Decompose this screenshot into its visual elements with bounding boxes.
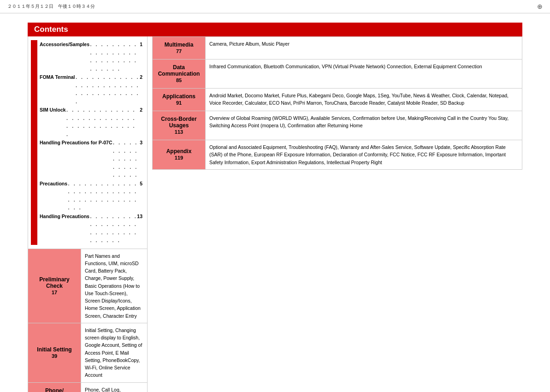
toc-item-dots: . . . . . . . . . . . . . . . . . . . . … (75, 73, 140, 106)
timestamp-text: ２０１１年５月１２日 午後１０時３４分 (7, 3, 95, 10)
toc-item: Handling Precautions . . . . . . . . . .… (40, 212, 142, 245)
toc-box: Accessories/Samples . . . . . . . . . . … (28, 36, 148, 249)
page-wrapper: ２０１１年５月１２日 午後１０時３４分 ⊕ Contents Accessori… (0, 0, 550, 392)
toc-item-page: 1 (140, 40, 142, 73)
toc-item: SIM Unlock . . . . . . . . . . . . . . .… (40, 106, 142, 138)
timestamp-bar: ２０１１年５月１２日 午後１０時３４分 ⊕ (0, 0, 550, 13)
right-section-label: Multimedia 77 (153, 37, 206, 59)
toc-item-label: Handling Precautions (40, 212, 89, 245)
toc-item-label: FOMA Terminal (40, 73, 75, 106)
toc-item: Handling Precautions for P-07C . . . . .… (40, 138, 142, 179)
right-section-row: Cross-BorderUsages 113 Overview of Globa… (153, 111, 522, 140)
toc-item-dots: . . . . . . . . . . . . . . . . . . . . … (89, 212, 137, 245)
right-section-desc: Android Market, Docomo Market, Future Pl… (206, 89, 522, 111)
toc-item: Precautions . . . . . . . . . . . . . . … (40, 179, 142, 212)
right-section-label: Cross-BorderUsages 113 (153, 111, 206, 140)
toc-item-page: 13 (137, 212, 142, 245)
left-section-label: PreliminaryCheck 17 (28, 249, 81, 323)
toc-item-page: 5 (140, 179, 142, 212)
toc-item-page: 2 (140, 73, 142, 106)
right-section-desc: Camera, Picture Album, Music Player (206, 37, 522, 59)
crosshair-icon: ⊕ (537, 3, 543, 10)
toc-item-label: SIM Unlock (40, 106, 66, 138)
right-section-desc: Infrared Communication, Bluetooth Commun… (206, 59, 522, 89)
left-section-desc: Phone, Call Log, Phonebook, Available Ne… (81, 382, 148, 392)
toc-item-page: 3 (140, 138, 142, 179)
right-section-desc: Overview of Global Roaming (WORLD WING),… (206, 111, 522, 140)
left-section-row: PreliminaryCheck 17 Part Names and Funct… (28, 249, 148, 323)
right-section-label: Appendix 119 (153, 140, 206, 170)
toc-item-dots: . . . . . . . . . . . . . . . . . . . . … (112, 138, 140, 179)
right-sections-table: Multimedia 77 Camera, Picture Album, Mus… (152, 36, 522, 170)
left-section-row: Phone/Network Services 45 Phone, Call Lo… (28, 382, 148, 392)
right-section-row: Appendix 119 Optional and Associated Equ… (153, 140, 522, 170)
right-section-row: DataCommunication 85 Infrared Communicat… (153, 59, 522, 89)
toc-item-dots: . . . . . . . . . . . . . . . . . . . . … (67, 179, 140, 212)
body-layout: Accessories/Samples . . . . . . . . . . … (28, 36, 522, 392)
left-section-desc: Part Names and Functions, UIM, microSD C… (81, 249, 148, 323)
toc-item: FOMA Terminal . . . . . . . . . . . . . … (40, 73, 142, 106)
left-section-desc: Initial Setting, Changing screen display… (81, 323, 148, 382)
right-section-row: Applications 91 Android Market, Docomo M… (153, 89, 522, 111)
left-section-label: Phone/Network Services 45 (28, 382, 81, 392)
toc-red-bar (31, 40, 37, 245)
right-section-label: DataCommunication 85 (153, 59, 206, 89)
main-content: Contents Accessories/Samples . . . . . .… (0, 13, 550, 392)
toc-item-dots: . . . . . . . . . . . . . . . . . . . . … (66, 106, 140, 138)
toc-item-label: Precautions (40, 179, 67, 212)
toc-item-label: Accessories/Samples (40, 40, 89, 73)
right-section-desc: Optional and Associated Equipment, Troub… (206, 140, 522, 170)
toc-item-label: Handling Precautions for P-07C (40, 138, 112, 179)
toc-item: Accessories/Samples . . . . . . . . . . … (40, 40, 142, 73)
contents-header: Contents (28, 23, 522, 36)
toc-item-dots: . . . . . . . . . . . . . . . . . . . . … (89, 40, 140, 73)
right-section-row: Multimedia 77 Camera, Picture Album, Mus… (153, 37, 522, 59)
toc-item-page: 2 (140, 106, 142, 138)
left-sections-table: PreliminaryCheck 17 Part Names and Funct… (28, 249, 148, 392)
body-right: Multimedia 77 Camera, Picture Album, Mus… (152, 36, 522, 392)
left-section-row: Initial Setting 39 Initial Setting, Chan… (28, 323, 148, 382)
right-section-label: Applications 91 (153, 89, 206, 111)
left-section-label: Initial Setting 39 (28, 323, 81, 382)
toc-entries: Accessories/Samples . . . . . . . . . . … (40, 40, 142, 245)
body-left: Accessories/Samples . . . . . . . . . . … (28, 36, 148, 392)
